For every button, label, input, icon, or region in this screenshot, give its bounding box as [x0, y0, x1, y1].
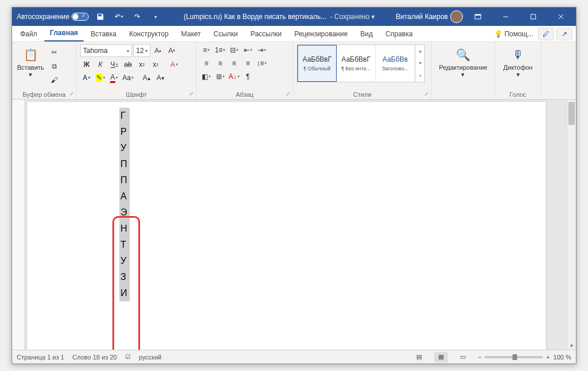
svg-rect-3 — [531, 14, 536, 19]
editing-button[interactable]: 🔍 Редактирование▾ — [438, 44, 489, 88]
align-right-button[interactable]: ≡ — [228, 58, 240, 69]
zoom-out-button[interactable]: − — [478, 354, 481, 361]
font-size-combo[interactable]: 12▾ — [133, 44, 150, 57]
shading-button[interactable]: ◧ — [200, 71, 213, 82]
tab-mailings[interactable]: Рассылки — [245, 26, 288, 41]
group-styles: АаБбВвГ ¶ Обычный АаБбВвГ ¶ Без инте... … — [293, 42, 432, 99]
document-scroll[interactable]: Г Р У П П А Э Н Т У З И — [25, 100, 567, 350]
change-case-button[interactable]: Aa — [122, 72, 134, 84]
underline-button[interactable]: Ч — [108, 59, 120, 70]
tab-view[interactable]: Вид — [355, 26, 379, 41]
autosave-toggle[interactable]: Автосохранение — [17, 13, 89, 21]
group-editing: 🔍 Редактирование▾ — [432, 42, 495, 99]
vertical-text-block[interactable]: Г Р У П П А Э Н Т У З И — [119, 108, 546, 301]
increase-indent-button[interactable]: ⇥ — [255, 44, 268, 56]
vertical-scrollbar[interactable]: ▲ ▼ — [567, 100, 576, 350]
svg-rect-1 — [475, 14, 481, 16]
copy-button[interactable]: ⧉ — [48, 60, 61, 72]
font-dialog-launcher[interactable]: ⤢ — [189, 91, 194, 97]
shrink-font-button[interactable]: A▾ — [165, 45, 178, 56]
justify-button[interactable]: ≡ — [242, 58, 254, 69]
italic-button[interactable]: К — [94, 59, 107, 70]
text-effects-button[interactable]: A — [80, 72, 93, 84]
scroll-thumb[interactable] — [568, 102, 575, 125]
shrink-font2-button[interactable]: A▾ — [154, 72, 167, 84]
tab-file[interactable]: Файл — [14, 26, 43, 41]
zoom-thumb[interactable] — [512, 354, 517, 360]
paragraph-dialog-launcher[interactable]: ⤢ — [286, 91, 291, 97]
font-color-button[interactable]: A — [108, 72, 120, 84]
clear-format-button[interactable]: A — [168, 59, 180, 70]
tab-home[interactable]: Главная — [44, 25, 84, 41]
align-center-button[interactable]: ≡ — [214, 58, 227, 69]
ribbon-display-button[interactable] — [465, 7, 491, 26]
line-spacing-button[interactable]: ↕≡ — [255, 58, 268, 69]
zoom-control[interactable]: − + 100 % — [478, 354, 571, 361]
close-button[interactable] — [548, 7, 574, 26]
undo-button[interactable]: ↶▾ — [112, 10, 126, 24]
zoom-slider[interactable] — [485, 356, 542, 358]
qat-more-button[interactable]: ▾ — [149, 10, 163, 24]
style-heading1[interactable]: АаБбВв Заголово... — [376, 45, 415, 82]
cut-button[interactable]: ✂ — [48, 47, 61, 58]
style-normal[interactable]: АаБбВвГ ¶ Обычный — [297, 45, 337, 82]
styles-gallery[interactable]: АаБбВвГ ¶ Обычный АаБбВвГ ¶ Без инте... … — [297, 44, 425, 82]
find-icon: 🔍 — [455, 47, 472, 63]
page[interactable]: Г Р У П П А Э Н Т У З И — [27, 102, 546, 350]
styles-more[interactable]: ▴▾▿ — [415, 45, 424, 82]
tab-references[interactable]: Ссылки — [208, 26, 243, 41]
font-name-combo[interactable]: Tahoma▾ — [80, 44, 132, 57]
zoom-level[interactable]: 100 % — [553, 354, 571, 361]
page-indicator[interactable]: Страница 1 из 1 — [17, 354, 64, 361]
multilevel-button[interactable]: ⊟ — [228, 44, 240, 56]
share-button-2[interactable]: ↗ — [556, 28, 572, 40]
redo-button[interactable]: ↷ — [130, 10, 144, 24]
tab-help[interactable]: Справка — [380, 26, 419, 41]
maximize-button[interactable] — [521, 7, 546, 26]
numbering-button[interactable]: 1≡ — [214, 44, 227, 56]
tab-layout[interactable]: Макет — [175, 26, 206, 41]
highlight-button[interactable]: ✎ — [94, 72, 107, 84]
style-nospacing[interactable]: АаБбВвГ ¶ Без инте... — [337, 45, 376, 82]
grow-font-button[interactable]: A▴ — [152, 45, 164, 56]
strikethrough-button[interactable]: ab — [122, 59, 134, 70]
borders-button[interactable]: ⊞ — [214, 71, 227, 82]
share-button[interactable]: 🖊 — [538, 28, 554, 40]
styles-dialog-launcher[interactable]: ⤢ — [424, 91, 429, 97]
subscript-button[interactable]: x2 — [135, 59, 148, 70]
bold-button[interactable]: Ж — [80, 59, 93, 70]
scroll-down-button[interactable]: ▼ — [567, 342, 576, 350]
autosave-switch[interactable] — [71, 13, 89, 21]
read-mode-button[interactable]: ▤ — [412, 352, 426, 362]
superscript-button[interactable]: x2 — [149, 59, 162, 70]
align-left-button[interactable]: ≡ — [200, 58, 213, 69]
tab-insert[interactable]: Вставка — [85, 26, 122, 41]
group-paragraph: ≡ 1≡ ⊟ ⇤ ⇥ ≡ ≡ ≡ ≡ ↕≡ ◧ ⊞ A↓ ¶ — [197, 42, 293, 99]
clipboard-dialog-launcher[interactable]: ⤢ — [69, 91, 74, 97]
group-clipboard: 📋 Вставить▾ ✂ ⧉ 🖌 Буфер обмена⤢ — [12, 42, 77, 99]
spellcheck-icon[interactable]: ☑ — [125, 353, 131, 361]
decrease-indent-button[interactable]: ⇤ — [242, 44, 254, 56]
word-count[interactable]: Слово 18 из 20 — [72, 354, 116, 361]
sort-button[interactable]: A↓ — [228, 71, 240, 82]
language-indicator[interactable]: русский — [139, 354, 161, 361]
group-font: Tahoma▾ 12▾ A▴ A▾ Ж К Ч ab x2 x2 A A — [77, 42, 197, 99]
tab-review[interactable]: Рецензирование — [288, 26, 353, 41]
tell-me[interactable]: 💡 Помощ... — [492, 26, 536, 41]
web-layout-button[interactable]: ▭ — [456, 352, 470, 362]
bullets-button[interactable]: ≡ — [200, 44, 213, 56]
paste-icon: 📋 — [22, 47, 39, 63]
format-painter-button[interactable]: 🖌 — [48, 74, 61, 86]
user-avatar[interactable] — [450, 10, 463, 23]
zoom-in-button[interactable]: + — [546, 354, 549, 361]
show-marks-button[interactable]: ¶ — [242, 71, 254, 82]
tab-design[interactable]: Конструктор — [123, 26, 174, 41]
save-button[interactable] — [93, 10, 107, 24]
minimize-button[interactable] — [493, 7, 518, 26]
dictate-button[interactable]: 🎙 Диктофон▾ — [500, 44, 537, 88]
paste-button[interactable]: 📋 Вставить▾ — [16, 44, 46, 88]
print-layout-button[interactable]: ▦ — [434, 352, 448, 362]
grow-font2-button[interactable]: A▴ — [140, 72, 153, 84]
workspace: Г Р У П П А Э Н Т У З И ▲ ▼ — [12, 100, 576, 350]
user-name[interactable]: Виталий Каиров — [395, 13, 448, 21]
